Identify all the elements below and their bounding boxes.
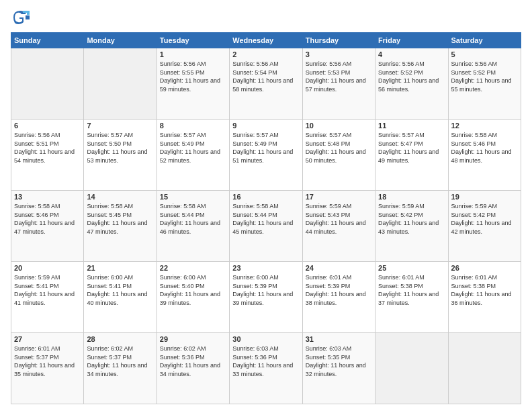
calendar-cell: 13Sunrise: 5:58 AMSunset: 5:46 PMDayligh…: [11, 191, 84, 262]
day-info: Sunrise: 6:01 AMSunset: 5:37 PMDaylight:…: [14, 345, 81, 378]
weekday-header: Friday: [375, 33, 448, 48]
calendar-header: SundayMondayTuesdayWednesdayThursdayFrid…: [11, 33, 521, 48]
day-info: Sunrise: 5:56 AMSunset: 5:52 PMDaylight:…: [451, 60, 518, 93]
weekday-row: SundayMondayTuesdayWednesdayThursdayFrid…: [11, 33, 521, 48]
calendar-cell: 2Sunrise: 5:56 AMSunset: 5:54 PMDaylight…: [230, 48, 302, 120]
day-info: Sunrise: 5:56 AMSunset: 5:54 PMDaylight:…: [232, 60, 299, 93]
page: SundayMondayTuesdayWednesdayThursdayFrid…: [0, 0, 532, 411]
calendar-cell: [448, 333, 521, 404]
calendar-week: 27Sunrise: 6:01 AMSunset: 5:37 PMDayligh…: [11, 333, 521, 404]
day-number: 8: [160, 122, 226, 130]
day-info: Sunrise: 5:56 AMSunset: 5:51 PMDaylight:…: [14, 131, 81, 165]
day-number: 10: [306, 122, 372, 130]
day-info: Sunrise: 5:59 AMSunset: 5:43 PMDaylight:…: [306, 202, 372, 236]
day-info: Sunrise: 5:57 AMSunset: 5:47 PMDaylight:…: [378, 131, 445, 165]
day-number: 30: [232, 335, 299, 343]
calendar-cell: 12Sunrise: 5:58 AMSunset: 5:46 PMDayligh…: [448, 120, 521, 191]
calendar-cell: 10Sunrise: 5:57 AMSunset: 5:48 PMDayligh…: [302, 120, 375, 191]
calendar-cell: 4Sunrise: 5:56 AMSunset: 5:52 PMDaylight…: [375, 48, 448, 120]
day-info: Sunrise: 5:59 AMSunset: 5:41 PMDaylight:…: [14, 273, 81, 307]
day-info: Sunrise: 5:58 AMSunset: 5:44 PMDaylight:…: [160, 202, 226, 236]
calendar-cell: [84, 48, 157, 120]
day-info: Sunrise: 6:01 AMSunset: 5:38 PMDaylight:…: [378, 273, 445, 307]
calendar-week: 6Sunrise: 5:56 AMSunset: 5:51 PMDaylight…: [11, 120, 521, 191]
day-number: 23: [232, 264, 299, 272]
day-number: 16: [232, 193, 299, 201]
day-info: Sunrise: 5:56 AMSunset: 5:52 PMDaylight:…: [378, 60, 445, 93]
day-number: 15: [160, 193, 226, 201]
day-number: 19: [451, 193, 518, 201]
calendar-cell: 24Sunrise: 6:01 AMSunset: 5:39 PMDayligh…: [302, 262, 375, 333]
day-number: 13: [14, 193, 81, 201]
day-number: 2: [232, 50, 299, 58]
calendar-cell: 14Sunrise: 5:58 AMSunset: 5:45 PMDayligh…: [84, 191, 157, 262]
day-info: Sunrise: 5:56 AMSunset: 5:55 PMDaylight:…: [160, 60, 226, 93]
calendar-cell: 31Sunrise: 6:03 AMSunset: 5:35 PMDayligh…: [302, 333, 375, 404]
day-info: Sunrise: 5:57 AMSunset: 5:50 PMDaylight:…: [87, 131, 153, 165]
day-number: 21: [87, 264, 153, 272]
calendar-cell: 23Sunrise: 6:00 AMSunset: 5:39 PMDayligh…: [230, 262, 302, 333]
calendar-cell: [11, 48, 84, 120]
weekday-header: Thursday: [302, 33, 375, 48]
day-number: 27: [14, 335, 81, 343]
day-info: Sunrise: 6:03 AMSunset: 5:35 PMDaylight:…: [306, 345, 372, 378]
calendar-cell: 6Sunrise: 5:56 AMSunset: 5:51 PMDaylight…: [11, 120, 84, 191]
calendar-cell: 26Sunrise: 6:01 AMSunset: 5:38 PMDayligh…: [448, 262, 521, 333]
day-number: 29: [160, 335, 226, 343]
day-number: 28: [87, 335, 153, 343]
day-info: Sunrise: 6:00 AMSunset: 5:40 PMDaylight:…: [160, 273, 226, 307]
day-info: Sunrise: 6:00 AMSunset: 5:39 PMDaylight:…: [232, 273, 299, 307]
day-info: Sunrise: 6:02 AMSunset: 5:37 PMDaylight:…: [87, 345, 153, 378]
calendar-cell: 18Sunrise: 5:59 AMSunset: 5:42 PMDayligh…: [375, 191, 448, 262]
calendar-cell: 9Sunrise: 5:57 AMSunset: 5:49 PMDaylight…: [230, 120, 302, 191]
day-number: 17: [306, 193, 372, 201]
day-number: 12: [451, 122, 518, 130]
calendar-cell: 27Sunrise: 6:01 AMSunset: 5:37 PMDayligh…: [11, 333, 84, 404]
day-info: Sunrise: 5:58 AMSunset: 5:46 PMDaylight:…: [451, 131, 518, 165]
day-info: Sunrise: 5:56 AMSunset: 5:53 PMDaylight:…: [306, 60, 372, 93]
calendar-cell: 15Sunrise: 5:58 AMSunset: 5:44 PMDayligh…: [157, 191, 229, 262]
calendar-body: 1Sunrise: 5:56 AMSunset: 5:55 PMDaylight…: [11, 48, 521, 404]
weekday-header: Monday: [84, 33, 157, 48]
day-info: Sunrise: 5:57 AMSunset: 5:48 PMDaylight:…: [306, 131, 372, 165]
header: [11, 8, 521, 27]
calendar-week: 20Sunrise: 5:59 AMSunset: 5:41 PMDayligh…: [11, 262, 521, 333]
day-info: Sunrise: 6:03 AMSunset: 5:36 PMDaylight:…: [232, 345, 299, 378]
day-number: 24: [306, 264, 372, 272]
day-info: Sunrise: 6:02 AMSunset: 5:36 PMDaylight:…: [160, 345, 226, 378]
calendar-cell: 11Sunrise: 5:57 AMSunset: 5:47 PMDayligh…: [375, 120, 448, 191]
day-info: Sunrise: 5:57 AMSunset: 5:49 PMDaylight:…: [232, 131, 299, 165]
day-number: 26: [451, 264, 518, 272]
weekday-header: Tuesday: [157, 33, 229, 48]
day-number: 11: [378, 122, 445, 130]
calendar-cell: 19Sunrise: 5:59 AMSunset: 5:42 PMDayligh…: [448, 191, 521, 262]
calendar-cell: 20Sunrise: 5:59 AMSunset: 5:41 PMDayligh…: [11, 262, 84, 333]
weekday-header: Sunday: [11, 33, 84, 48]
day-info: Sunrise: 5:58 AMSunset: 5:45 PMDaylight:…: [87, 202, 153, 236]
day-number: 1: [160, 50, 226, 58]
calendar-cell: 29Sunrise: 6:02 AMSunset: 5:36 PMDayligh…: [157, 333, 229, 404]
day-number: 14: [87, 193, 153, 201]
day-info: Sunrise: 5:57 AMSunset: 5:49 PMDaylight:…: [160, 131, 226, 165]
calendar-week: 1Sunrise: 5:56 AMSunset: 5:55 PMDaylight…: [11, 48, 521, 120]
calendar-cell: [375, 333, 448, 404]
day-number: 20: [14, 264, 81, 272]
day-number: 18: [378, 193, 445, 201]
day-number: 4: [378, 50, 445, 58]
day-number: 9: [232, 122, 299, 130]
calendar: SundayMondayTuesdayWednesdayThursdayFrid…: [11, 32, 521, 404]
logo-icon: [11, 8, 30, 27]
calendar-cell: 22Sunrise: 6:00 AMSunset: 5:40 PMDayligh…: [157, 262, 229, 333]
day-info: Sunrise: 5:59 AMSunset: 5:42 PMDaylight:…: [378, 202, 445, 236]
day-number: 7: [87, 122, 153, 130]
day-info: Sunrise: 6:01 AMSunset: 5:38 PMDaylight:…: [451, 273, 518, 307]
calendar-cell: 8Sunrise: 5:57 AMSunset: 5:49 PMDaylight…: [157, 120, 229, 191]
day-info: Sunrise: 5:58 AMSunset: 5:46 PMDaylight:…: [14, 202, 81, 236]
calendar-cell: 28Sunrise: 6:02 AMSunset: 5:37 PMDayligh…: [84, 333, 157, 404]
calendar-cell: 3Sunrise: 5:56 AMSunset: 5:53 PMDaylight…: [302, 48, 375, 120]
weekday-header: Wednesday: [230, 33, 302, 48]
calendar-week: 13Sunrise: 5:58 AMSunset: 5:46 PMDayligh…: [11, 191, 521, 262]
day-number: 31: [306, 335, 372, 343]
calendar-cell: 30Sunrise: 6:03 AMSunset: 5:36 PMDayligh…: [230, 333, 302, 404]
day-info: Sunrise: 5:58 AMSunset: 5:44 PMDaylight:…: [232, 202, 299, 236]
